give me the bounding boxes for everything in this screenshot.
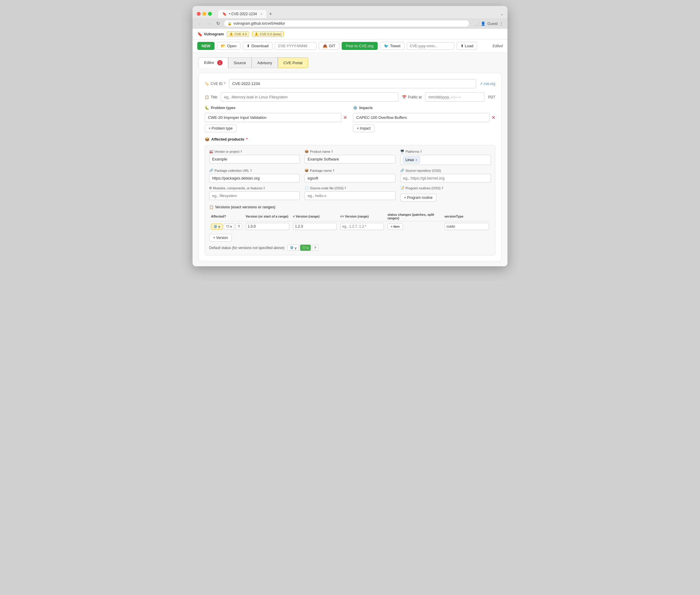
version-lte-cell bbox=[339, 221, 386, 232]
form-card: 🏷️ CVE ID * ↗ cve.org 📋 Title 📅 bbox=[199, 73, 501, 261]
cve-id-required: * bbox=[224, 82, 226, 86]
pkg-url-icon: 🔗 bbox=[209, 169, 213, 172]
vendor-info-icon[interactable]: ℹ bbox=[241, 149, 242, 153]
add-impact-button[interactable]: + Impact bbox=[353, 124, 374, 132]
cve-link[interactable]: ↗ cve.org bbox=[479, 82, 495, 86]
version-start-input[interactable] bbox=[246, 223, 289, 230]
problem-types-icon: 🐛 bbox=[205, 106, 209, 110]
add-version-button[interactable]: + Version bbox=[209, 234, 232, 242]
linux-platform-tag: Linux × bbox=[403, 156, 420, 164]
open-button[interactable]: 📂 Open bbox=[217, 42, 240, 50]
profile-icon[interactable]: 👤 bbox=[481, 21, 486, 26]
git-label: GIT bbox=[329, 44, 336, 48]
version-lt-input[interactable] bbox=[293, 223, 337, 230]
back-button[interactable]: ← bbox=[197, 21, 204, 27]
add-problem-type-button[interactable]: + Problem type bbox=[205, 124, 236, 132]
tab-advisory-label: Advisory bbox=[257, 61, 272, 65]
version-type-input[interactable] bbox=[444, 223, 489, 230]
minimize-button[interactable] bbox=[202, 12, 206, 16]
program-routines-info-icon[interactable]: ℹ bbox=[442, 186, 443, 190]
tab-close-button[interactable]: × bbox=[261, 12, 262, 16]
pkg-url-info-icon[interactable]: ℹ bbox=[251, 169, 252, 172]
tab-editor[interactable]: Editor 1 bbox=[199, 57, 228, 68]
cwe-input[interactable] bbox=[205, 113, 341, 122]
extensions-icon[interactable]: ⬜ bbox=[474, 21, 479, 26]
cve40-icon: ⚠️ bbox=[229, 32, 233, 36]
platform-input-wrap: Linux × bbox=[400, 155, 491, 165]
cve40-badge[interactable]: ⚠️ CVE 4.0 bbox=[227, 31, 249, 37]
title-bar: 🔖 • CVE-2022-1234 × + ⌄ bbox=[193, 6, 507, 18]
default-q-button[interactable]: ? bbox=[312, 245, 319, 251]
source-file-input[interactable] bbox=[304, 191, 395, 200]
add-program-routine-button[interactable]: + Program routine bbox=[400, 194, 436, 201]
add-item-button[interactable]: + item bbox=[387, 223, 403, 230]
col-status-changes: status changes (patches, split ranges) bbox=[386, 211, 443, 221]
affected-y-button[interactable]: ⚙️ y bbox=[211, 224, 223, 230]
address-input[interactable]: 🔒 vulnogram.github.io/cve5/#editor bbox=[224, 20, 469, 27]
modules-info-icon[interactable]: ℹ bbox=[264, 186, 265, 190]
download-button[interactable]: ⬇ Download bbox=[243, 42, 272, 50]
source-file-info-icon[interactable]: ℹ bbox=[345, 186, 346, 190]
main-content: Editor 1 Source Advisory CVE Portal 🏷️ C… bbox=[193, 53, 507, 266]
remove-cwe-button[interactable]: ✕ bbox=[343, 115, 347, 120]
browser-tab[interactable]: 🔖 • CVE-2022-1234 × bbox=[218, 9, 267, 18]
capec-input[interactable] bbox=[353, 113, 490, 122]
pkg-name-input[interactable] bbox=[304, 174, 395, 182]
modules-label: ⊞ Modules, components, or features ℹ bbox=[209, 186, 300, 190]
close-button[interactable] bbox=[197, 12, 201, 16]
cve-id-label: 🏷️ CVE ID * bbox=[205, 82, 226, 86]
remove-platform-button[interactable]: × bbox=[415, 158, 417, 162]
default-y-label: y bbox=[295, 246, 296, 250]
tabs-row: Editor 1 Source Advisory CVE Portal bbox=[199, 57, 501, 68]
cve-id-input[interactable] bbox=[275, 42, 316, 50]
cve-load-input[interactable] bbox=[407, 42, 454, 50]
product-name-input[interactable] bbox=[304, 155, 395, 164]
vendor-input[interactable] bbox=[209, 155, 300, 164]
affected-n-button[interactable]: 🛡 n bbox=[224, 224, 234, 230]
pkg-name-label: 📦 Package name ℹ bbox=[304, 169, 395, 172]
platforms-info-icon[interactable]: ℹ bbox=[420, 149, 421, 153]
public-at-field[interactable] bbox=[425, 92, 485, 102]
tweet-button[interactable]: 🐦 Tweet bbox=[380, 42, 404, 50]
git-button[interactable]: 📤 GIT bbox=[319, 42, 339, 50]
tab-advisory[interactable]: Advisory bbox=[252, 57, 278, 68]
default-y-button[interactable]: ⚙️ y bbox=[287, 245, 299, 251]
new-tab-button[interactable]: + bbox=[269, 11, 272, 17]
lock-icon: 🔒 bbox=[228, 22, 232, 26]
app-toolbar: 🔖 Vulnogram ⚠️ CVE 4.0 ⚠️ CVE 5.0 (beta) bbox=[193, 29, 507, 39]
edited-label: Edited bbox=[493, 44, 503, 48]
tab-source[interactable]: Source bbox=[228, 57, 252, 68]
source-repo-label: 🔗 Source repository (OSS) bbox=[400, 169, 491, 172]
col-version-lt: < Version (range) bbox=[291, 211, 339, 221]
modules-input[interactable] bbox=[209, 191, 300, 200]
cve50-badge[interactable]: ⚠️ CVE 5.0 (beta) bbox=[252, 31, 284, 37]
tab-cve-portal[interactable]: CVE Portal bbox=[278, 57, 308, 68]
cve-id-field[interactable] bbox=[229, 79, 476, 88]
title-label: 📋 Title bbox=[205, 95, 217, 99]
new-button[interactable]: NEW bbox=[197, 42, 214, 50]
post-cve-button[interactable]: Post to CVE.org bbox=[342, 42, 378, 50]
load-button[interactable]: ⬆ Load bbox=[457, 42, 477, 50]
version-lte-input[interactable] bbox=[340, 223, 384, 230]
tab-menu-button[interactable]: ⌄ bbox=[500, 12, 503, 16]
pkg-name-info-icon[interactable]: ℹ bbox=[333, 169, 334, 172]
affected-q-button[interactable]: ? bbox=[236, 224, 242, 230]
app-logo: 🔖 Vulnogram bbox=[197, 32, 224, 36]
pkg-url-input[interactable] bbox=[209, 174, 300, 182]
platforms-icon: 🖥️ bbox=[400, 149, 404, 153]
product-row-2: 🔗 Package collection URL ℹ 📦 Package nam… bbox=[209, 169, 491, 182]
remove-capec-button[interactable]: ✕ bbox=[491, 115, 495, 120]
refresh-button[interactable]: ↻ bbox=[215, 20, 221, 27]
version-type-cell bbox=[443, 221, 491, 232]
cwe-row: ✕ bbox=[205, 113, 347, 122]
tab-editor-label: Editor bbox=[204, 60, 214, 65]
modules-icon: ⊞ bbox=[209, 186, 212, 190]
maximize-button[interactable] bbox=[208, 12, 212, 16]
source-repo-input[interactable] bbox=[400, 174, 491, 182]
default-n-button[interactable]: 🛡 n bbox=[300, 245, 311, 251]
forward-button[interactable]: → bbox=[206, 21, 213, 27]
product-info-icon[interactable]: ℹ bbox=[331, 149, 333, 153]
title-field[interactable] bbox=[221, 92, 399, 102]
more-options-icon[interactable]: ⋮ bbox=[499, 21, 503, 26]
tab-source-label: Source bbox=[234, 61, 246, 65]
